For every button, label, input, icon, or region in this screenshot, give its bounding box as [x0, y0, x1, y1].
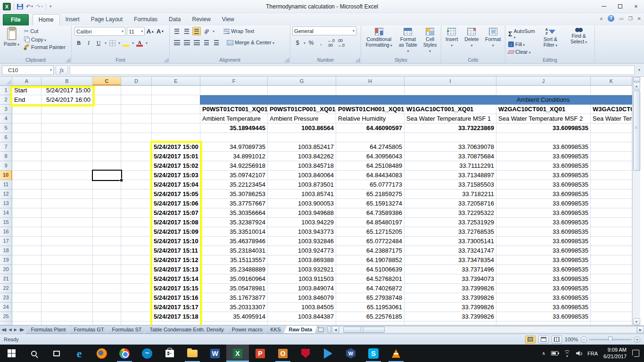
- cell-A9[interactable]: [12, 161, 41, 171]
- cell-F11[interactable]: 35.22123454: [200, 180, 268, 189]
- cell-I18[interactable]: 33.73241747: [405, 246, 496, 255]
- row-header-1[interactable]: 1: [0, 86, 12, 95]
- cell-C16[interactable]: [93, 227, 121, 237]
- cell-J17[interactable]: 33.60998535: [496, 237, 591, 246]
- cell-H7[interactable]: 64.2745805: [336, 142, 405, 152]
- first-sheet-button[interactable]: ◀▮: [1, 328, 7, 332]
- cell-K21[interactable]: [591, 274, 632, 284]
- cell-J13[interactable]: 33.60998535: [496, 199, 591, 208]
- scroll-left-icon[interactable]: ◀: [332, 326, 339, 333]
- cell-F24[interactable]: 35.20313307: [200, 303, 268, 312]
- cell-K10[interactable]: [591, 171, 632, 180]
- cell-F13[interactable]: 35.37757667: [200, 199, 268, 208]
- row-header-17[interactable]: 17: [0, 237, 12, 246]
- cell-C1[interactable]: [93, 86, 121, 95]
- cell-I3[interactable]: W1GAC10CT001_XQ01: [405, 105, 496, 114]
- cell-C5[interactable]: [93, 123, 121, 133]
- cell-C11[interactable]: [93, 180, 121, 189]
- taskbar-skype-button[interactable]: S: [362, 345, 385, 362]
- cell-I7[interactable]: 33.70639078: [405, 142, 496, 152]
- cell-H16[interactable]: 65.12715205: [336, 227, 405, 237]
- cell-J14[interactable]: 33.60998535: [496, 208, 591, 218]
- insert-cells-button[interactable]: Insert: [443, 26, 460, 57]
- paste-button[interactable]: Paste: [2, 26, 21, 50]
- taskbar-excel-button[interactable]: X: [226, 345, 249, 362]
- cell-D16[interactable]: [121, 227, 152, 237]
- cell-I1[interactable]: [405, 86, 496, 95]
- cell-K15[interactable]: [591, 218, 632, 227]
- row-header-7[interactable]: 7: [0, 142, 12, 152]
- row-header-8[interactable]: 8: [0, 152, 12, 161]
- comma-style-button[interactable]: ,: [317, 39, 325, 47]
- cell-F12[interactable]: 35.30786253: [200, 189, 268, 199]
- cell-B6[interactable]: [41, 133, 93, 142]
- increase-decimal-button[interactable]: ←.0.00: [327, 39, 335, 47]
- row-header-15[interactable]: 15: [0, 218, 12, 227]
- zoom-slider-handle[interactable]: [608, 337, 612, 343]
- cell-B16[interactable]: [41, 227, 93, 237]
- grow-font-button[interactable]: A▲: [146, 27, 155, 36]
- taskbar-store-button[interactable]: [158, 345, 181, 362]
- cell-H19[interactable]: 64.19078852: [336, 255, 405, 265]
- cell-F21[interactable]: 35.09160964: [200, 274, 268, 284]
- format-painter-button[interactable]: Format Painter: [23, 44, 66, 50]
- cell-H8[interactable]: 64.30956043: [336, 152, 405, 161]
- cell-D13[interactable]: [121, 199, 152, 208]
- cell-C21[interactable]: [93, 274, 121, 284]
- tab-page-layout[interactable]: Page Layout: [85, 14, 128, 25]
- cell-J5[interactable]: 33.60998535: [496, 123, 591, 133]
- cell-H11[interactable]: 65.0777173: [336, 180, 405, 189]
- cell-D23[interactable]: [121, 293, 152, 303]
- cell-D7[interactable]: [121, 142, 152, 152]
- cell-D8[interactable]: [121, 152, 152, 161]
- sheet-tab-formulas-plant[interactable]: Formulas Plant: [25, 326, 71, 334]
- cell-E12[interactable]: 5/24/2017 15:05: [152, 189, 200, 199]
- cell-G17[interactable]: 1003.932846: [268, 237, 336, 246]
- close-button[interactable]: ×: [628, 0, 644, 13]
- page-layout-view-button[interactable]: [538, 336, 549, 344]
- cell-H12[interactable]: 65.21859275: [336, 189, 405, 199]
- cell-A11[interactable]: [12, 180, 41, 189]
- cell-K5[interactable]: [591, 123, 632, 133]
- cell-A1[interactable]: Start: [12, 86, 41, 95]
- cell-A2[interactable]: End: [12, 95, 41, 105]
- cell-E21[interactable]: 5/24/2017 15:14: [152, 274, 200, 284]
- cell-D14[interactable]: [121, 208, 152, 218]
- cell-A24[interactable]: [12, 303, 41, 312]
- sheet-tab-formulas-st[interactable]: Formulas ST: [107, 326, 147, 334]
- name-box[interactable]: C10▾: [2, 66, 54, 75]
- taskbar-file-explorer-button[interactable]: [181, 345, 204, 362]
- cell-B22[interactable]: [41, 284, 93, 293]
- workbook-close-icon[interactable]: ✕: [637, 16, 641, 21]
- borders-button[interactable]: [108, 39, 116, 47]
- cell-A20[interactable]: [12, 265, 41, 274]
- cell-G4[interactable]: Ambient Pressure: [268, 114, 336, 123]
- cell-B1[interactable]: 5/24/2017 15:00: [41, 86, 93, 95]
- clock[interactable]: 9:09 AM 6/21/2017: [603, 347, 627, 360]
- cell-E22[interactable]: 5/24/2017 15:15: [152, 284, 200, 293]
- cell-E19[interactable]: 5/24/2017 15:12: [152, 255, 200, 265]
- cell-D20[interactable]: [121, 265, 152, 274]
- sheet-tab-formulas-gt[interactable]: Formulas GT: [68, 326, 109, 334]
- cell-K4[interactable]: Sea Water Tem: [591, 114, 632, 123]
- horizontal-scroll-thumb[interactable]: [343, 327, 385, 333]
- cell-G5[interactable]: 1003.86564: [268, 123, 336, 133]
- cell-D21[interactable]: [121, 274, 152, 284]
- cell-G7[interactable]: 1003.852417: [268, 142, 336, 152]
- normal-view-button[interactable]: [525, 336, 536, 344]
- align-right-button[interactable]: [192, 38, 201, 47]
- cell-C25[interactable]: [93, 312, 121, 321]
- column-header-A[interactable]: A: [12, 77, 41, 85]
- cell-D18[interactable]: [121, 246, 152, 255]
- cell-G13[interactable]: 1003.900053: [268, 199, 336, 208]
- cell-B14[interactable]: [41, 208, 93, 218]
- cell-I8[interactable]: 33.70875684: [405, 152, 496, 161]
- cell-H24[interactable]: 65.11953061: [336, 303, 405, 312]
- cell-D24[interactable]: [121, 303, 152, 312]
- cell-B9[interactable]: [41, 161, 93, 171]
- find-select-button[interactable]: Find & Select: [565, 26, 593, 57]
- cell-B11[interactable]: [41, 180, 93, 189]
- row-header-5[interactable]: 5: [0, 123, 12, 133]
- autosum-button[interactable]: ΣAutoSum: [507, 28, 536, 40]
- row-header-13[interactable]: 13: [0, 199, 12, 208]
